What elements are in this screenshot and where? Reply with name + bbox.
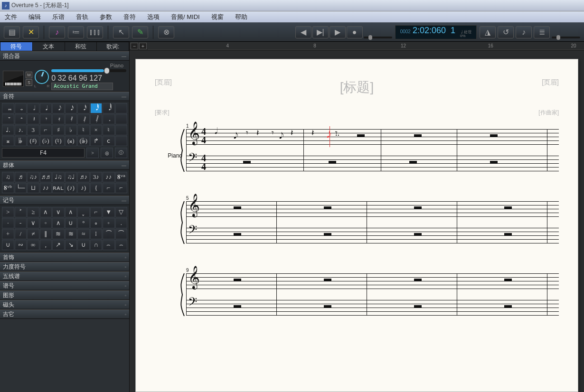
symbol-cell[interactable]: 𝄫 bbox=[15, 136, 27, 146]
collapsed-panel-head[interactable]: 吉它▫ bbox=[0, 309, 129, 319]
rest[interactable]: 𝄾.. bbox=[335, 128, 339, 138]
symbol-cell[interactable]: ⁞ bbox=[90, 229, 103, 239]
symbol-cell[interactable]: 𝅝 bbox=[15, 103, 27, 113]
groups-head[interactable]: 群体— bbox=[0, 160, 129, 170]
symbol-cell[interactable]: ∥ bbox=[40, 229, 52, 239]
symbol-cell[interactable]: 𝅀 bbox=[65, 114, 77, 124]
tab-chord[interactable]: 和弦 bbox=[65, 42, 97, 51]
symbol-cell[interactable]: ⊔ bbox=[27, 183, 39, 193]
tools-button[interactable]: ✕ bbox=[23, 26, 39, 38]
menu-audiomidi[interactable]: 音频/ MIDI bbox=[171, 13, 200, 21]
symbol-cell[interactable]: ⌢ bbox=[103, 240, 115, 250]
symbol-cell[interactable]: ⌐ bbox=[90, 207, 103, 217]
symbol-cell[interactable] bbox=[115, 136, 128, 146]
symbol-cell[interactable]: ◦ bbox=[103, 218, 115, 228]
symbol-cell[interactable]: { bbox=[90, 183, 103, 193]
collapse-icon[interactable]: — bbox=[122, 54, 126, 59]
symbol-cell[interactable]: ∩ bbox=[90, 240, 103, 250]
symbol-cell[interactable]: (♮) bbox=[52, 136, 65, 146]
symbol-cell[interactable]: ⌐ bbox=[115, 183, 128, 193]
tab-symbols[interactable]: 符号 bbox=[0, 42, 33, 51]
symbol-cell[interactable]: ∨ bbox=[52, 207, 65, 217]
transport-slider[interactable] bbox=[364, 37, 392, 38]
symbol-cell[interactable] bbox=[115, 114, 128, 124]
staff[interactable]: 𝄞 bbox=[186, 201, 559, 216]
symbol-cell[interactable]: ♫ bbox=[2, 172, 14, 182]
symbol-cell[interactable]: ♩♫ bbox=[52, 172, 65, 182]
symbol-cell[interactable]: ⌢ bbox=[115, 240, 128, 250]
symbol-cell[interactable]: ˃ bbox=[15, 207, 27, 217]
symbol-cell[interactable]: ∞ bbox=[27, 240, 39, 250]
record-button[interactable]: ● bbox=[347, 26, 363, 38]
collapsed-panel-head[interactable]: 磁头▫ bbox=[0, 300, 129, 309]
symbol-cell[interactable]: ∨ bbox=[27, 218, 39, 228]
symbol-cell[interactable]: · bbox=[2, 218, 14, 228]
symbol-cell[interactable]: ° bbox=[77, 218, 90, 228]
tab-lyric[interactable]: 歌词: bbox=[97, 42, 129, 51]
preset-select[interactable]: Acoustic Grand bbox=[51, 83, 113, 90]
symbol-cell[interactable]: 𝟖ᵛᵃ bbox=[115, 172, 128, 182]
zoom-slider[interactable] bbox=[552, 37, 580, 38]
menu-options[interactable]: 选项 bbox=[147, 13, 160, 21]
symbol-cell[interactable]: ʀᴀʟ bbox=[52, 183, 65, 193]
metronome-button[interactable]: ◮ bbox=[480, 26, 496, 38]
marks-head[interactable]: 记号— bbox=[0, 196, 129, 205]
menu-file[interactable]: 文件 bbox=[5, 13, 17, 21]
symbol-cell[interactable]: ⅽ bbox=[103, 136, 115, 146]
expand-icon[interactable]: ▫ bbox=[124, 302, 126, 308]
symbol-cell[interactable]: ∪ bbox=[2, 240, 14, 250]
collapsed-panel-head[interactable]: 力度符号▫ bbox=[0, 262, 129, 271]
note-palette-button[interactable]: ♪ bbox=[49, 26, 65, 38]
rewind-button[interactable]: ◀ bbox=[295, 26, 311, 38]
staff[interactable]: 𝄢44 bbox=[186, 156, 559, 171]
symbol-cell[interactable]: ♮ bbox=[103, 125, 115, 135]
symbol-cell[interactable]: ♪♪ bbox=[103, 172, 115, 182]
mixer-button[interactable]: ⫿⫿⫿ bbox=[87, 26, 103, 38]
info-btn[interactable]: ⓘ bbox=[115, 148, 127, 158]
loop-button[interactable]: ↺ bbox=[498, 26, 514, 38]
symbol-cell[interactable]: ⁀ bbox=[115, 229, 128, 239]
collapsed-panel-head[interactable]: 五线谱▫ bbox=[0, 271, 129, 281]
symbol-cell[interactable]: ∪ bbox=[77, 240, 90, 250]
measure-ruler[interactable]: 4 8 12 16 20 bbox=[148, 42, 584, 50]
pan-knob[interactable] bbox=[35, 70, 49, 84]
symbol-cell[interactable]: ♬ bbox=[15, 172, 27, 182]
symbol-cell[interactable]: ▼ bbox=[103, 207, 115, 217]
target-btn[interactable]: ◎ bbox=[101, 148, 113, 158]
symbol-cell[interactable]: ↗ bbox=[52, 240, 65, 250]
menu-note[interactable]: 音符 bbox=[123, 13, 136, 21]
zoom-in-button[interactable]: + bbox=[139, 43, 147, 49]
expand-icon[interactable]: ▫ bbox=[124, 264, 126, 270]
symbol-cell[interactable]: ♪. bbox=[15, 125, 27, 135]
symbol-cell[interactable]: 𝄪 bbox=[2, 136, 14, 146]
symbol-cell[interactable]: ♯ bbox=[52, 125, 65, 135]
symbol-cell[interactable]: - bbox=[15, 218, 27, 228]
symbol-cell[interactable]: ≥ bbox=[27, 207, 39, 217]
menu-params[interactable]: 参数 bbox=[100, 13, 112, 21]
expand-icon[interactable]: ▫ bbox=[124, 283, 126, 289]
symbol-cell[interactable] bbox=[115, 125, 128, 135]
symbol-cell[interactable]: ˬ bbox=[77, 207, 90, 217]
symbol-cell[interactable]: 𝄾 bbox=[40, 114, 52, 124]
symbol-cell[interactable]: ↘ bbox=[65, 240, 77, 250]
note-input[interactable] bbox=[2, 148, 85, 158]
stop-button[interactable]: ▶| bbox=[312, 26, 329, 38]
staff[interactable]: 𝄞 bbox=[186, 273, 559, 289]
symbol-cell[interactable]: 𝅃 bbox=[103, 114, 115, 124]
menu-edit[interactable]: 编辑 bbox=[28, 13, 41, 21]
symbol-cell[interactable]: ♪) bbox=[77, 183, 90, 193]
symbol-cell[interactable]: ≋ bbox=[52, 229, 65, 239]
tab-text[interactable]: 文本 bbox=[33, 42, 65, 51]
symbol-cell[interactable]: 𝅘𝅥𝅰 bbox=[77, 103, 90, 113]
symbol-cell[interactable]: ♪♪ bbox=[40, 183, 52, 193]
symbol-cell[interactable]: ♭ bbox=[65, 125, 77, 135]
play-button[interactable]: ▶ bbox=[330, 26, 346, 38]
symbol-cell[interactable]: × bbox=[90, 125, 103, 135]
expand-icon[interactable]: ▫ bbox=[124, 255, 126, 260]
staffview-button[interactable]: ≣ bbox=[534, 26, 550, 38]
collapse-icon[interactable]: — bbox=[122, 94, 126, 99]
volume-slider[interactable] bbox=[51, 69, 126, 72]
symbol-cell[interactable]: ∧ bbox=[52, 218, 65, 228]
collapsed-panel-head[interactable]: 首饰▫ bbox=[0, 252, 129, 262]
symbol-cell[interactable]: └─ bbox=[15, 183, 27, 193]
